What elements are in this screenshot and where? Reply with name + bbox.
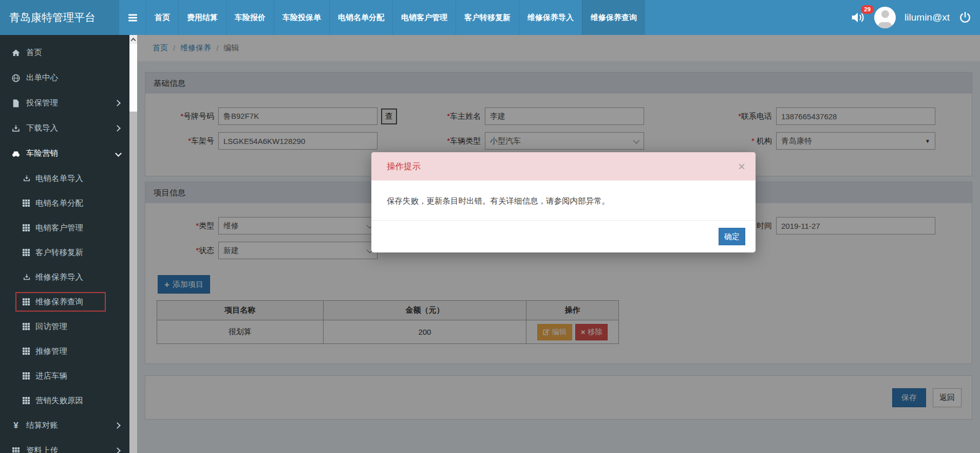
navbar-right: 29 lilumin@xt — [850, 0, 980, 35]
top-navbar: 青岛康特管理平台 首页 费用结算 车险报价 车险投保单 电销名单分配 电销客户管… — [0, 0, 980, 35]
sidebar-item-label: 车险营销 — [26, 148, 58, 159]
sidebar-item-label: 投保管理 — [26, 98, 58, 108]
sidebar-subitem-instore-vehicles[interactable]: 进店车辆 — [0, 364, 129, 388]
sidebar-item-label: 回访管理 — [35, 321, 67, 332]
grid-icon — [23, 348, 25, 350]
nav-item-telesales-customer[interactable]: 电销客户管理 — [392, 0, 456, 35]
sidebar-item-label: 电销客户管理 — [35, 223, 83, 233]
document-icon — [11, 99, 21, 108]
chevron-right-icon — [114, 100, 121, 106]
power-icon — [958, 11, 972, 24]
chevron-right-icon — [114, 422, 121, 429]
grid-icon — [23, 200, 25, 202]
sidebar-item-label: 资料上传 — [26, 445, 58, 453]
sidebar-item-label: 推修管理 — [35, 346, 67, 357]
sidebar-item-download-import[interactable]: 下载导入 — [0, 116, 129, 141]
avatar-body-shape — [878, 22, 892, 28]
import-icon — [23, 273, 31, 281]
sidebar-subitem-maintenance-query[interactable]: 维修保养查询 — [0, 289, 129, 314]
nav-item-fee-settlement[interactable]: 费用结算 — [178, 0, 226, 35]
nav-item-home[interactable]: 首页 — [146, 0, 178, 35]
sidebar-item-policy-management[interactable]: 投保管理 — [0, 90, 129, 116]
app-root: 青岛康特管理平台 首页 费用结算 车险报价 车险投保单 电销名单分配 电销客户管… — [0, 0, 980, 453]
grid-icon — [23, 397, 25, 399]
sidebar-scrollbar[interactable] — [129, 35, 137, 453]
modal-footer: 确定 — [371, 220, 756, 252]
avatar-head-shape — [881, 10, 889, 18]
notification-badge: 29 — [861, 5, 874, 14]
hamburger-icon — [128, 17, 137, 19]
sidebar-item-label: 客户转移复新 — [35, 247, 83, 258]
scroll-up-button[interactable] — [129, 35, 137, 44]
import-icon — [11, 124, 21, 133]
grid-icon — [23, 298, 25, 300]
sidebar-item-label: 电销名单分配 — [35, 198, 83, 209]
nav-item-maintenance-query[interactable]: 维修保养查询 — [582, 0, 645, 35]
sidebar-item-label: 营销失败原因 — [35, 395, 83, 406]
sidebar-subitem-repair-referral[interactable]: 推修管理 — [0, 339, 129, 364]
nav-item-customer-transfer[interactable]: 客户转移复新 — [456, 0, 519, 35]
scrollbar-thumb[interactable] — [129, 44, 137, 112]
grid-icon — [23, 323, 25, 325]
sidebar-item-label: 维修保养导入 — [35, 272, 83, 283]
logout-button[interactable] — [958, 11, 972, 24]
notifications-button[interactable]: 29 — [850, 10, 865, 25]
nav-item-insurance-quote[interactable]: 车险报价 — [226, 0, 274, 35]
grid-icon — [12, 447, 14, 449]
close-icon[interactable]: × — [738, 160, 745, 173]
sidebar-subitem-revisit-management[interactable]: 回访管理 — [0, 314, 129, 339]
sidebar-subitem-telesales-customer[interactable]: 电销客户管理 — [0, 215, 129, 240]
nav-item-telesales-list-assign[interactable]: 电销名单分配 — [329, 0, 392, 35]
modal-header: 操作提示 × — [371, 152, 756, 180]
sidebar-subitem-telesales-list-assign[interactable]: 电销名单分配 — [0, 191, 129, 215]
sidebar-subitem-marketing-failure-reason[interactable]: 营销失败原因 — [0, 388, 129, 413]
username[interactable]: lilumin@xt — [904, 12, 950, 23]
modal-message: 保存失败，更新条目时出错。有关详细信息，请参阅内部异常。 — [371, 180, 756, 220]
sidebar: 首页 出单中心 投保管理 下载导入 车 — [0, 35, 129, 453]
sidebar-item-order-center[interactable]: 出单中心 — [0, 65, 129, 90]
modal-dialog: 操作提示 × 保存失败，更新条目时出错。有关详细信息，请参阅内部异常。 确定 — [371, 152, 756, 252]
yen-icon: ¥ — [11, 421, 21, 431]
sidebar-item-label: 首页 — [26, 47, 42, 58]
sidebar-item-label: 出单中心 — [26, 73, 58, 83]
sidebar-subitem-maintenance-import[interactable]: 维修保养导入 — [0, 265, 129, 289]
sidebar-item-car-marketing[interactable]: 车险营销 — [0, 141, 129, 166]
sidebar-item-home[interactable]: 首页 — [0, 40, 129, 65]
chevron-down-icon — [115, 150, 122, 157]
sidebar-item-label: 结算对账 — [26, 420, 58, 431]
home-icon — [11, 48, 21, 58]
top-menu: 首页 费用结算 车险报价 车险投保单 电销名单分配 电销客户管理 客户转移复新 … — [146, 0, 645, 35]
sidebar-item-settlement-reconcile[interactable]: ¥ 结算对账 — [0, 413, 129, 438]
car-icon — [11, 149, 21, 158]
sidebar-toggle-button[interactable] — [119, 0, 146, 35]
sidebar-item-label: 下载导入 — [26, 123, 58, 134]
avatar[interactable] — [874, 7, 896, 28]
nav-item-insurance-policy[interactable]: 车险投保单 — [274, 0, 329, 35]
sidebar-item-material-upload[interactable]: 资料上传 — [0, 438, 129, 453]
grid-icon — [23, 224, 25, 226]
ok-button[interactable]: 确定 — [719, 228, 745, 245]
chevron-right-icon — [114, 447, 121, 453]
sidebar-item-label: 维修保养查询 — [35, 297, 83, 307]
sidebar-subitem-customer-transfer[interactable]: 客户转移复新 — [0, 240, 129, 265]
grid-icon — [23, 372, 25, 374]
sidebar-item-label: 电销名单导入 — [35, 173, 83, 184]
grid-icon — [23, 249, 25, 251]
globe-icon — [11, 74, 21, 83]
sidebar-subitem-telesales-list-import[interactable]: 电销名单导入 — [0, 166, 129, 191]
nav-item-maintenance-import[interactable]: 维修保养导入 — [519, 0, 582, 35]
brand-title: 青岛康特管理平台 — [0, 0, 119, 35]
modal-title: 操作提示 — [387, 161, 421, 172]
import-icon — [23, 174, 31, 183]
sidebar-item-label: 进店车辆 — [35, 371, 67, 382]
chevron-right-icon — [114, 125, 121, 132]
scroll-up-arrow-icon — [131, 38, 136, 43]
